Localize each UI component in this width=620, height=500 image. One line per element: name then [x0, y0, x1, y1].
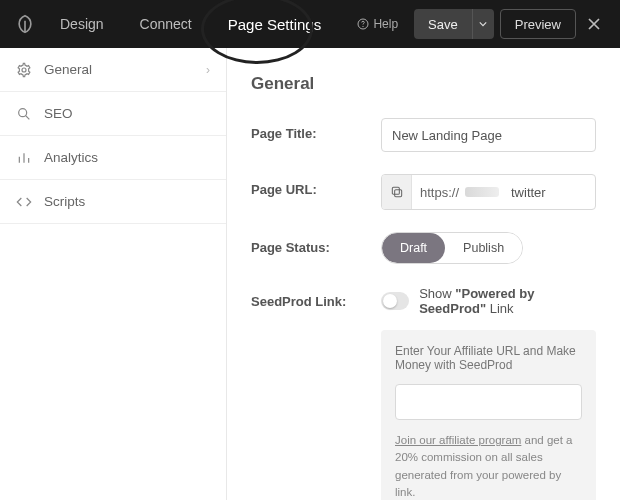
close-button[interactable] [576, 0, 612, 48]
chevron-down-icon [479, 20, 487, 28]
help-label: Help [373, 17, 398, 31]
copy-url-button[interactable] [382, 174, 412, 210]
affiliate-box: Enter Your Affiliate URL and Make Money … [381, 330, 596, 500]
brand-logo [8, 0, 42, 48]
analytics-icon [16, 150, 32, 166]
save-button-group: Save [414, 9, 494, 39]
nav-page-settings[interactable]: Page Settings [210, 0, 339, 48]
affiliate-intro: Enter Your Affiliate URL and Make Money … [395, 344, 582, 372]
nav-design[interactable]: Design [42, 0, 122, 48]
help-icon [357, 18, 369, 30]
affiliate-footer: Join our affiliate program and get a 20%… [395, 432, 582, 500]
save-dropdown[interactable] [472, 9, 494, 39]
preview-button[interactable]: Preview [500, 9, 576, 39]
main-panel: General Page Title: Page URL: https:// [227, 48, 620, 500]
sidebar-item-general[interactable]: General › [0, 48, 226, 92]
top-bar: Design Connect Page Settings Help Save P… [0, 0, 620, 48]
svg-point-3 [19, 108, 27, 116]
status-segmented: Draft Publish [381, 232, 523, 264]
nav-connect[interactable]: Connect [122, 0, 210, 48]
page-url-field: https:// [381, 174, 596, 210]
sidebar: General › SEO Analytics Scripts [0, 48, 227, 500]
page-title-label: Page Title: [251, 118, 381, 141]
affiliate-url-input[interactable] [395, 384, 582, 420]
search-icon [16, 106, 32, 122]
sidebar-item-seo[interactable]: SEO [0, 92, 226, 136]
svg-rect-5 [392, 187, 399, 194]
save-button[interactable]: Save [414, 9, 472, 39]
sidebar-item-analytics[interactable]: Analytics [0, 136, 226, 180]
gear-icon [16, 62, 32, 78]
help-link[interactable]: Help [347, 17, 408, 31]
status-draft-button[interactable]: Draft [382, 233, 445, 263]
page-status-label: Page Status: [251, 232, 381, 255]
affiliate-program-link[interactable]: Join our affiliate program [395, 434, 521, 446]
sidebar-item-label: Analytics [44, 150, 210, 165]
svg-point-1 [363, 26, 364, 27]
seedprod-toggle[interactable] [381, 292, 409, 310]
svg-rect-4 [394, 190, 401, 197]
section-heading: General [251, 74, 596, 94]
url-slug-input[interactable] [505, 185, 595, 200]
url-protocol: https:// [412, 185, 465, 200]
seedprod-link-label: SeedProd Link: [251, 286, 381, 309]
seedprod-toggle-text: Show "Powered by SeedProd" Link [419, 286, 596, 316]
sidebar-item-label: Scripts [44, 194, 210, 209]
sidebar-item-scripts[interactable]: Scripts [0, 180, 226, 224]
page-title-input[interactable] [381, 118, 596, 152]
close-icon [587, 17, 601, 31]
page-url-label: Page URL: [251, 174, 381, 197]
status-publish-button[interactable]: Publish [445, 233, 522, 263]
sidebar-item-label: General [44, 62, 194, 77]
svg-point-2 [22, 68, 26, 72]
code-icon [16, 194, 32, 210]
chevron-right-icon: › [206, 63, 210, 77]
copy-icon [390, 185, 404, 199]
sidebar-item-label: SEO [44, 106, 210, 121]
url-domain-blurred [465, 187, 499, 197]
